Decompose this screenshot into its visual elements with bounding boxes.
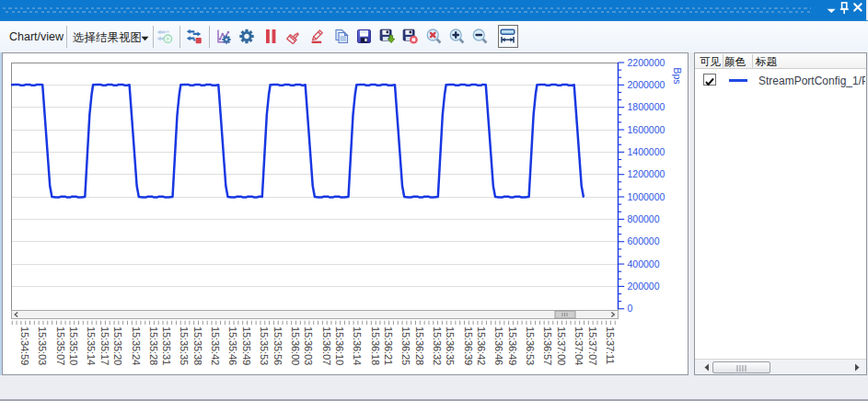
svg-text:600000: 600000 [628,235,660,246]
svg-text:15:35:42: 15:35:42 [210,327,221,365]
svg-text:15:36:53: 15:36:53 [525,327,536,365]
svg-text:15:36:46: 15:36:46 [493,327,504,365]
svg-text:15:35:03: 15:35:03 [37,327,48,365]
svg-text:0: 0 [628,303,633,314]
svg-text:15:37:07: 15:37:07 [587,327,598,365]
svg-text:15:35:24: 15:35:24 [131,327,142,365]
svg-text:15:37:00: 15:37:00 [556,327,567,365]
svg-text:15:34:59: 15:34:59 [19,327,30,365]
svg-text:15:35:56: 15:35:56 [272,327,284,365]
svg-text:15:36:25: 15:36:25 [400,327,411,365]
svg-text:15:37:04: 15:37:04 [573,327,584,365]
svg-text:15:36:35: 15:36:35 [445,327,456,365]
svg-text:1800000: 1800000 [628,101,665,112]
svg-text:15:36:10: 15:36:10 [334,327,345,365]
svg-text:15:36:42: 15:36:42 [476,327,487,365]
svg-text:2000000: 2000000 [628,79,665,90]
svg-text:15:36:00: 15:36:00 [290,327,301,365]
svg-text:15:35:46: 15:35:46 [227,327,238,365]
svg-text:15:35:07: 15:35:07 [55,327,66,365]
svg-text:15:36:39: 15:36:39 [463,327,474,365]
svg-text:1400000: 1400000 [628,146,665,157]
svg-text:15:35:17: 15:35:17 [99,327,110,365]
svg-text:15:36:03: 15:36:03 [303,327,314,365]
svg-text:15:35:38: 15:35:38 [192,327,203,365]
svg-text:15:36:18: 15:36:18 [370,327,381,365]
svg-text:15:35:53: 15:35:53 [259,327,270,365]
svg-text:1200000: 1200000 [628,168,665,179]
svg-text:15:35:49: 15:35:49 [241,327,252,365]
svg-text:2200000: 2200000 [628,57,665,68]
svg-text:15:36:32: 15:36:32 [432,327,443,365]
svg-text:15:37:11: 15:37:11 [605,327,616,364]
svg-text:200000: 200000 [628,281,660,292]
svg-text:1600000: 1600000 [628,124,665,135]
svg-text:1000000: 1000000 [628,191,665,202]
svg-text:15:35:35: 15:35:35 [179,327,190,365]
svg-text:15:35:10: 15:35:10 [68,327,79,365]
svg-text:Bps: Bps [672,68,683,85]
svg-text:15:36:07: 15:36:07 [321,327,332,365]
svg-text:15:36:21: 15:36:21 [383,327,394,365]
svg-text:15:36:14: 15:36:14 [352,327,363,365]
svg-text:15:36:49: 15:36:49 [507,327,518,365]
svg-text:400000: 400000 [628,258,660,269]
svg-text:15:35:31: 15:35:31 [161,327,172,365]
svg-text:15:36:57: 15:36:57 [542,327,553,365]
svg-text:15:36:28: 15:36:28 [414,327,425,365]
svg-text:15:35:20: 15:35:20 [112,327,123,365]
svg-text:800000: 800000 [628,213,660,224]
svg-text:15:35:28: 15:35:28 [148,327,159,365]
svg-text:15:35:14: 15:35:14 [86,327,97,365]
